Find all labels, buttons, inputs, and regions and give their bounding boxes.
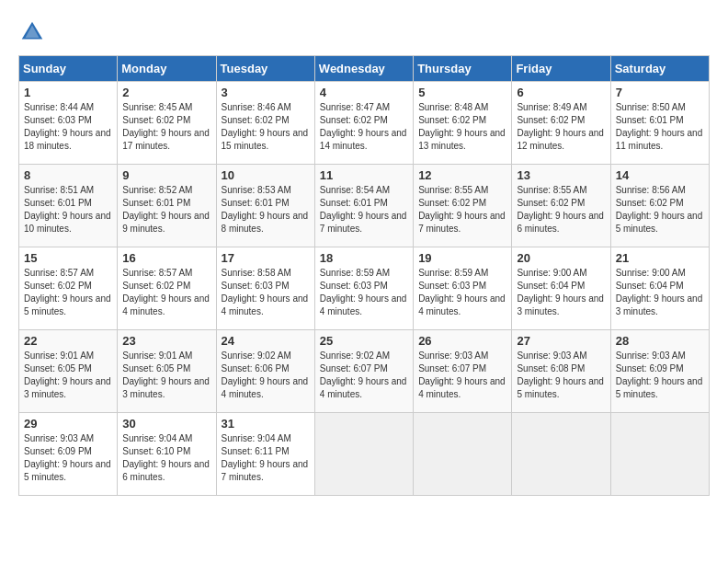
daylight-text: Daylight: 9 hours and 4 minutes. (222, 293, 309, 316)
day-info: Sunrise: 9:00 AM Sunset: 6:04 PM Dayligh… (517, 267, 605, 318)
sunrise-text: Sunrise: 9:02 AM (222, 350, 291, 361)
sunrise-text: Sunrise: 8:50 AM (616, 102, 686, 112)
sunrise-text: Sunrise: 8:57 AM (122, 268, 192, 278)
calendar-day-cell: 11 Sunrise: 8:54 AM Sunset: 6:01 PM Dayl… (314, 165, 413, 247)
daylight-text: Daylight: 9 hours and 15 minutes. (222, 128, 309, 151)
daylight-text: Daylight: 9 hours and 4 minutes. (122, 293, 210, 316)
daylight-text: Daylight: 9 hours and 5 minutes. (616, 376, 703, 399)
sunset-text: Sunset: 6:04 PM (517, 281, 585, 291)
day-info: Sunrise: 8:52 AM Sunset: 6:01 PM Dayligh… (122, 184, 210, 236)
calendar-day-cell (610, 413, 709, 496)
calendar-day-cell: 2 Sunrise: 8:45 AM Sunset: 6:02 PM Dayli… (118, 82, 216, 165)
day-info: Sunrise: 9:02 AM Sunset: 6:06 PM Dayligh… (222, 350, 310, 401)
sunrise-text: Sunrise: 8:54 AM (320, 185, 390, 195)
calendar-week-row: 1 Sunrise: 8:44 AM Sunset: 6:03 PM Dayli… (19, 82, 710, 165)
day-number: 9 (122, 168, 210, 182)
calendar-day-header: Sunday (19, 56, 118, 82)
daylight-text: Daylight: 9 hours and 3 minutes. (517, 293, 604, 316)
sunset-text: Sunset: 6:06 PM (222, 363, 290, 373)
calendar-day-cell: 24 Sunrise: 9:02 AM Sunset: 6:06 PM Dayl… (216, 330, 314, 413)
calendar-day-cell (512, 413, 610, 496)
sunrise-text: Sunrise: 8:49 AM (517, 102, 586, 112)
day-number: 19 (418, 251, 506, 265)
sunrise-text: Sunrise: 8:52 AM (122, 185, 192, 195)
day-number: 27 (517, 334, 605, 348)
day-number: 24 (222, 334, 310, 348)
calendar-day-cell: 25 Sunrise: 9:02 AM Sunset: 6:07 PM Dayl… (314, 330, 413, 413)
sunrise-text: Sunrise: 9:03 AM (517, 350, 586, 361)
sunset-text: Sunset: 6:02 PM (122, 281, 190, 291)
calendar-day-header: Monday (118, 56, 216, 82)
daylight-text: Daylight: 9 hours and 5 minutes. (24, 293, 111, 316)
calendar-day-cell: 22 Sunrise: 9:01 AM Sunset: 6:05 PM Dayl… (19, 330, 118, 413)
calendar-day-cell: 30 Sunrise: 9:04 AM Sunset: 6:10 PM Dayl… (118, 413, 216, 496)
sunrise-text: Sunrise: 9:04 AM (122, 433, 192, 443)
sunset-text: Sunset: 6:08 PM (517, 363, 585, 373)
daylight-text: Daylight: 9 hours and 8 minutes. (222, 211, 309, 234)
day-number: 2 (122, 86, 210, 99)
day-number: 1 (24, 86, 112, 99)
sunrise-text: Sunrise: 8:59 AM (320, 268, 390, 278)
calendar-day-cell: 3 Sunrise: 8:46 AM Sunset: 6:02 PM Dayli… (216, 82, 314, 165)
day-number: 3 (222, 86, 310, 99)
calendar-day-cell: 23 Sunrise: 9:01 AM Sunset: 6:05 PM Dayl… (118, 330, 216, 413)
day-info: Sunrise: 9:02 AM Sunset: 6:07 PM Dayligh… (320, 350, 408, 401)
calendar-day-cell: 13 Sunrise: 8:55 AM Sunset: 6:02 PM Dayl… (512, 165, 610, 247)
daylight-text: Daylight: 9 hours and 4 minutes. (222, 376, 309, 399)
day-number: 6 (517, 86, 605, 99)
day-number: 15 (24, 251, 112, 265)
calendar-week-row: 29 Sunrise: 9:03 AM Sunset: 6:09 PM Dayl… (19, 413, 710, 496)
logo-icon (18, 18, 46, 46)
calendar-day-header: Thursday (414, 56, 512, 82)
sunrise-text: Sunrise: 9:03 AM (24, 433, 94, 443)
sunrise-text: Sunrise: 9:04 AM (222, 433, 291, 443)
day-number: 14 (616, 168, 704, 182)
day-info: Sunrise: 9:04 AM Sunset: 6:11 PM Dayligh… (222, 432, 310, 484)
daylight-text: Daylight: 9 hours and 6 minutes. (517, 211, 604, 234)
sunset-text: Sunset: 6:07 PM (320, 363, 388, 373)
day-info: Sunrise: 8:55 AM Sunset: 6:02 PM Dayligh… (517, 184, 605, 236)
day-info: Sunrise: 8:54 AM Sunset: 6:01 PM Dayligh… (320, 184, 408, 236)
calendar-day-cell: 15 Sunrise: 8:57 AM Sunset: 6:02 PM Dayl… (19, 247, 118, 330)
sunset-text: Sunset: 6:03 PM (418, 281, 486, 291)
calendar-day-cell: 16 Sunrise: 8:57 AM Sunset: 6:02 PM Dayl… (118, 247, 216, 330)
daylight-text: Daylight: 9 hours and 7 minutes. (418, 211, 506, 234)
sunrise-text: Sunrise: 9:03 AM (616, 350, 686, 361)
day-info: Sunrise: 9:03 AM Sunset: 6:09 PM Dayligh… (616, 350, 704, 401)
day-info: Sunrise: 8:51 AM Sunset: 6:01 PM Dayligh… (24, 184, 112, 236)
day-info: Sunrise: 8:44 AM Sunset: 6:03 PM Dayligh… (24, 101, 112, 153)
sunset-text: Sunset: 6:11 PM (222, 446, 290, 456)
calendar-day-cell: 19 Sunrise: 8:59 AM Sunset: 6:03 PM Dayl… (414, 247, 512, 330)
daylight-text: Daylight: 9 hours and 12 minutes. (517, 128, 604, 151)
calendar-day-cell: 17 Sunrise: 8:58 AM Sunset: 6:03 PM Dayl… (216, 247, 314, 330)
calendar-day-cell: 18 Sunrise: 8:59 AM Sunset: 6:03 PM Dayl… (314, 247, 413, 330)
sunset-text: Sunset: 6:02 PM (24, 281, 92, 291)
day-number: 22 (24, 334, 112, 348)
sunrise-text: Sunrise: 8:58 AM (222, 268, 291, 278)
day-number: 4 (320, 86, 408, 99)
daylight-text: Daylight: 9 hours and 3 minutes. (24, 376, 111, 399)
calendar-day-cell: 1 Sunrise: 8:44 AM Sunset: 6:03 PM Dayli… (19, 82, 118, 165)
calendar-day-cell: 4 Sunrise: 8:47 AM Sunset: 6:02 PM Dayli… (314, 82, 413, 165)
calendar-day-cell: 7 Sunrise: 8:50 AM Sunset: 6:01 PM Dayli… (610, 82, 709, 165)
daylight-text: Daylight: 9 hours and 7 minutes. (320, 211, 407, 234)
day-number: 25 (320, 334, 408, 348)
sunset-text: Sunset: 6:02 PM (320, 115, 388, 125)
calendar-day-cell: 21 Sunrise: 9:00 AM Sunset: 6:04 PM Dayl… (610, 247, 709, 330)
sunrise-text: Sunrise: 8:48 AM (418, 102, 488, 112)
sunset-text: Sunset: 6:10 PM (122, 446, 190, 456)
daylight-text: Daylight: 9 hours and 5 minutes. (517, 376, 604, 399)
sunrise-text: Sunrise: 8:51 AM (24, 185, 94, 195)
sunset-text: Sunset: 6:01 PM (616, 115, 684, 125)
sunrise-text: Sunrise: 8:44 AM (24, 102, 94, 112)
daylight-text: Daylight: 9 hours and 3 minutes. (122, 376, 210, 399)
daylight-text: Daylight: 9 hours and 18 minutes. (24, 128, 111, 151)
sunset-text: Sunset: 6:09 PM (24, 446, 92, 456)
calendar-week-row: 22 Sunrise: 9:01 AM Sunset: 6:05 PM Dayl… (19, 330, 710, 413)
day-number: 16 (122, 251, 210, 265)
daylight-text: Daylight: 9 hours and 10 minutes. (24, 211, 111, 234)
daylight-text: Daylight: 9 hours and 11 minutes. (616, 128, 703, 151)
daylight-text: Daylight: 9 hours and 5 minutes. (616, 211, 703, 234)
sunrise-text: Sunrise: 8:47 AM (320, 102, 390, 112)
calendar-day-cell: 28 Sunrise: 9:03 AM Sunset: 6:09 PM Dayl… (610, 330, 709, 413)
